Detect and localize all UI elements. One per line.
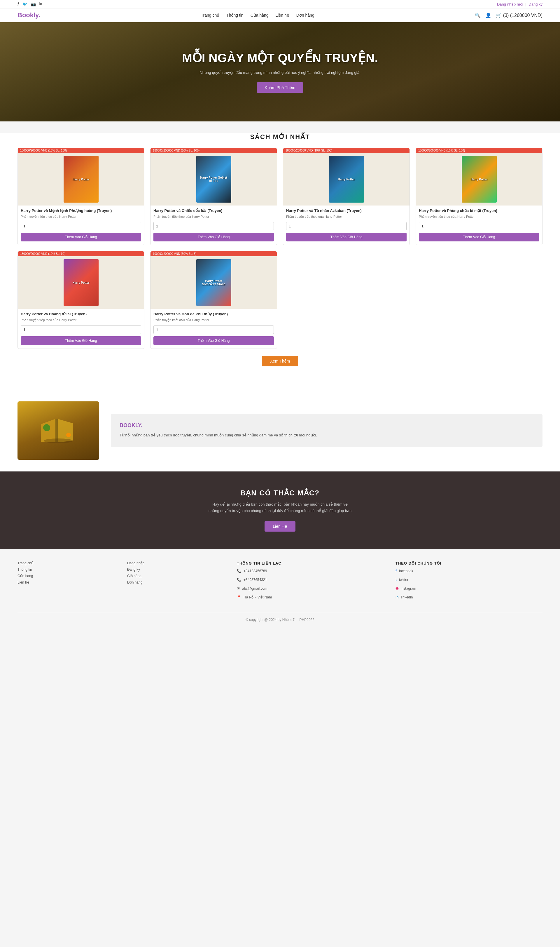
footer-link[interactable]: Cửa hàng xyxy=(17,574,115,578)
book-quantity-input[interactable] xyxy=(21,222,141,230)
book-quantity-input[interactable] xyxy=(419,222,539,230)
footer-link[interactable]: Đăng ký xyxy=(127,568,225,572)
book-badge: 100000/200000 VND (50% SL: 5) xyxy=(151,251,277,256)
auth-links: Đăng nhập mới | Đăng ký xyxy=(497,2,543,6)
book-quantity-input[interactable] xyxy=(21,325,141,334)
book-image-wrap: Harry Potter Goblet of Fire xyxy=(151,153,277,205)
book-image-wrap: Harry Potter xyxy=(416,153,542,205)
logo[interactable]: Bookly. xyxy=(17,11,40,19)
user-icon[interactable]: 👤 xyxy=(485,12,491,18)
hero-subtitle: Những quyển truyện đều mang trong mình n… xyxy=(182,70,378,76)
hero-explore-button[interactable]: Khám Phá Thêm xyxy=(257,82,304,93)
nav-shop[interactable]: Cửa hàng xyxy=(251,13,269,17)
twitter-icon[interactable]: 🐦 xyxy=(23,2,28,6)
footer-social-title: THEO DÕI CHÚNG TÔI xyxy=(395,561,543,566)
contact-icon: 📞 xyxy=(237,569,241,573)
add-to-cart-button[interactable]: Thêm Vào Giỏ Hàng xyxy=(154,233,274,241)
footer-link[interactable]: Giỏ hàng xyxy=(127,574,225,578)
footer-contact-item: 📞+84987654321 xyxy=(237,578,384,584)
nav-contact[interactable]: Liên hệ xyxy=(275,13,289,17)
book-title: Harry Potter và Phòng chứa bí mật (Truye… xyxy=(419,208,539,213)
about-image-inner xyxy=(17,401,99,460)
book-desc: Phần truyện tiếp theo của Harry Potter xyxy=(154,214,274,219)
add-to-cart-button[interactable]: Thêm Vào Giỏ Hàng xyxy=(286,233,406,241)
footer-col-2: Đăng nhậpĐăng kýGiỏ hàngĐơn hàng xyxy=(127,561,225,604)
add-to-cart-button[interactable]: Thêm Vào Giỏ Hàng xyxy=(21,233,141,241)
book-quantity-input[interactable] xyxy=(286,222,406,230)
book-title: Harry Potter và Hoàng tử lai (Truyen) xyxy=(21,312,141,317)
footer-contact-item: 📍Hà Nội - Việt Nam xyxy=(237,595,384,602)
book-desc: Phần truyện tiếp theo của Harry Potter xyxy=(21,214,141,219)
book-desc: Phần truyện khởi đầu của Harry Potter xyxy=(154,318,274,322)
book-card: 180000/200000 VND (10% SL: 99) Harry Pot… xyxy=(17,251,145,349)
nav-info[interactable]: Thông tin xyxy=(226,13,243,17)
svg-point-4 xyxy=(43,424,50,431)
search-icon[interactable]: 🔍 xyxy=(475,12,481,18)
contact-text: Hà Nội - Việt Nam xyxy=(243,595,272,599)
login-link[interactable]: Đăng nhập mới xyxy=(497,2,523,6)
footer-social-item[interactable]: ttwitter xyxy=(395,578,543,584)
see-more-wrap: Xem Thêm xyxy=(17,356,543,366)
facebook-icon[interactable]: f xyxy=(17,2,19,6)
add-to-cart-button[interactable]: Thêm Vào Giỏ Hàng xyxy=(419,233,539,241)
book-cover: Harry Potter xyxy=(63,259,98,306)
book-image-wrap: Harry Potter xyxy=(283,153,409,205)
top-bar: f 🐦 📷 in Đăng nhập mới | Đăng ký xyxy=(0,0,560,8)
book-badge: 180000/200000 VND (10% SL: 100) xyxy=(283,148,409,153)
book-card: 180000/200000 VND (10% SL: 100) Harry Po… xyxy=(150,148,277,245)
add-to-cart-button[interactable]: Thêm Vào Giỏ Hàng xyxy=(154,336,274,345)
contact-icon: 📍 xyxy=(237,595,241,599)
book-title: Harry Potter và Mệnh lệnh Phượng hoàng (… xyxy=(21,208,141,213)
footer-social-item[interactable]: inlinkedin xyxy=(395,595,543,602)
contact-text: +84987654321 xyxy=(243,578,267,582)
footer-copyright: © copyright @ 2024 by Nhóm 7 ... PHP2022 xyxy=(17,613,543,622)
book-quantity-input[interactable] xyxy=(154,222,274,230)
book-quantity-input[interactable] xyxy=(154,325,274,334)
book-desc: Phần truyện tiếp theo của Harry Potter xyxy=(286,214,406,219)
footer-link[interactable]: Liên hệ xyxy=(17,580,115,585)
about-title: BOOKLY. xyxy=(120,423,534,429)
footer-link[interactable]: Đơn hàng xyxy=(127,580,225,585)
footer-link[interactable]: Đăng nhập xyxy=(127,561,225,565)
contact-text: abc@gmail.com xyxy=(242,586,267,591)
see-more-button[interactable]: Xem Thêm xyxy=(262,356,298,366)
book-image-wrap: Harry Potter xyxy=(18,153,144,205)
register-link[interactable]: Đăng ký xyxy=(529,2,543,6)
footer-contact-item: ✉abc@gmail.com xyxy=(237,586,384,593)
instagram-icon[interactable]: 📷 xyxy=(31,2,36,6)
footer-link[interactable]: Trang chủ xyxy=(17,561,115,565)
contact-button[interactable]: Liên Hệ xyxy=(265,521,295,532)
cart-info[interactable]: 🛒 (3) (1260000 VND) xyxy=(496,12,543,18)
main-nav: Trang chủ Thông tin Cửa hàng Liên hệ Đơn… xyxy=(201,13,314,17)
footer-social-item[interactable]: ffacebook xyxy=(395,569,543,575)
linkedin-icon[interactable]: in xyxy=(39,2,42,6)
book-cover: Harry Potter xyxy=(63,156,98,203)
footer-contact-item: 📞+84123456789 xyxy=(237,569,384,575)
auth-divider: | xyxy=(525,2,526,6)
footer-link[interactable]: Thông tin xyxy=(17,568,115,572)
book-cover-text: Harry Potter Goblet of Fire xyxy=(198,176,229,182)
book-badge: 180000/200000 VND (10% SL: 100) xyxy=(18,148,144,153)
nav-home[interactable]: Trang chủ xyxy=(201,13,220,17)
add-to-cart-button[interactable]: Thêm Vào Giỏ Hàng xyxy=(21,336,141,345)
book-cover-text: Harry Potter xyxy=(471,178,488,181)
footer-contact-title: THÔNG TIN LIÊN LẠC xyxy=(237,561,384,566)
header-right: 🔍 👤 🛒 (3) (1260000 VND) xyxy=(475,12,543,18)
about-text-box: BOOKLY. Từ hồi những ban trẻ yêu thích đ… xyxy=(111,414,543,447)
book-image-wrap: Harry Potter Sorcerer's Stone xyxy=(151,256,277,309)
book-cover-text: Harry Potter xyxy=(72,281,89,284)
book-cover: Harry Potter xyxy=(462,156,497,203)
book-cover-text: Harry Potter xyxy=(72,178,89,181)
social-label: facebook xyxy=(399,569,413,573)
book-title: Harry Potter và Tù nhân Azkaban (Truyen) xyxy=(286,208,406,213)
books-section-title: SÁCH MỚI NHẤT xyxy=(17,133,543,141)
nav-orders[interactable]: Đơn hàng xyxy=(296,13,314,17)
social-icon: t xyxy=(395,578,397,582)
social-icons: f 🐦 📷 in xyxy=(17,2,42,6)
hero-title: MỖI NGÀY MỘT QUYỂN TRUYỆN. xyxy=(182,51,378,65)
footer-social-item[interactable]: ◉instagram xyxy=(395,586,543,593)
book-cover: Harry Potter xyxy=(329,156,364,203)
faq-text: Hãy để lại những điều bạn còn thắc mắc, … xyxy=(207,501,353,514)
social-label: instagram xyxy=(401,586,416,591)
social-icon: in xyxy=(395,595,399,599)
